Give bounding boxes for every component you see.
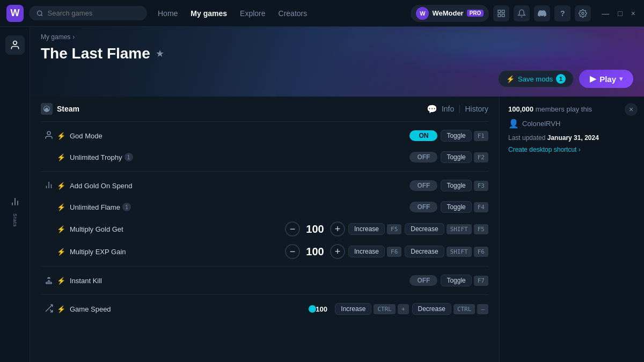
nav-my-games[interactable]: My games [191, 9, 227, 18]
mod-row-unlimited-trophy: ⚡ Unlimited Trophy 1 OFF Toggle F2 [57, 146, 488, 168]
god-mode-controls: ON Toggle F1 [409, 130, 488, 142]
trophy-toggle[interactable]: OFF [409, 152, 437, 162]
multiply-gold-num-ctrl: − 100 + [285, 221, 345, 237]
play-label: Play [599, 75, 616, 84]
svg-point-0 [38, 11, 42, 15]
add-gold-hotkey-key: F3 [474, 181, 488, 191]
lightning-icon-unlimited-trophy: ⚡ [57, 153, 65, 161]
flame-hotkey: Toggle F4 [441, 201, 488, 213]
multiply-gold-increase-btn[interactable]: + [330, 221, 345, 237]
flame-controls: OFF Toggle F4 [409, 201, 488, 213]
multiply-exp-increase-btn[interactable]: + [330, 244, 345, 259]
notifications-icon-btn[interactable] [514, 5, 530, 21]
maximize-btn[interactable]: □ [616, 9, 624, 18]
library-icon-btn[interactable] [493, 5, 509, 21]
instant-kill-toggle[interactable]: OFF [409, 275, 437, 286]
breadcrumb-parent[interactable]: My games [41, 33, 70, 41]
lightning-icon-god-mode: ⚡ [57, 132, 65, 140]
mod-name-unlimited-flame: Unlimited Flame 1 [70, 203, 156, 211]
svg-point-16 [48, 278, 49, 279]
nav-explore[interactable]: Explore [240, 9, 265, 18]
multiply-exp-controls: − 100 + Increase F6 Decrease [285, 244, 488, 259]
app-body: Stats My games › The Last Flame ★ [0, 27, 644, 362]
help-icon: ? [560, 9, 565, 18]
info-shortcut-link[interactable]: Create desktop shortcut › [508, 146, 635, 153]
add-gold-toggle-label[interactable]: Toggle [441, 180, 471, 191]
titlebar: W Home My games Explore Creators W WeMod… [0, 0, 644, 27]
god-mode-toggle-label[interactable]: Toggle [441, 130, 471, 142]
user-badge[interactable]: W WeModer PRO [411, 5, 489, 22]
lightning-icon-game-speed: ⚡ [57, 305, 65, 313]
sidebar-stats-label: Stats [12, 213, 18, 227]
multiply-exp-decrease-btn[interactable]: − [285, 244, 300, 259]
trophy-toggle-label[interactable]: Toggle [441, 151, 471, 163]
section-icon-combat [41, 270, 57, 285]
help-icon-btn[interactable]: ? [554, 5, 570, 21]
header-content: My games › The Last Flame ★ [30, 27, 644, 69]
lightning-icon-multiply-gold: ⚡ [57, 225, 65, 233]
lightning-icon-unlimited-flame: ⚡ [57, 203, 65, 211]
lightning-icon-add-gold: ⚡ [57, 182, 65, 190]
section-icon-player [41, 125, 57, 140]
user-area: W WeModer PRO ? — [411, 5, 638, 22]
multiply-exp-decrease-label[interactable]: Decrease [405, 246, 444, 257]
play-button[interactable]: ▶ Play ▾ [579, 70, 633, 88]
svg-rect-4 [498, 14, 501, 17]
flame-toggle[interactable]: OFF [409, 202, 437, 212]
author-person-icon: 👤 [508, 119, 519, 129]
mod-row-game-speed: ⚡ Game Speed 100 [57, 298, 488, 320]
discord-icon-btn[interactable] [534, 5, 550, 21]
multiply-gold-decrease-key: F5 [474, 224, 488, 234]
minimize-btn[interactable]: — [599, 9, 611, 18]
tab-history[interactable]: History [465, 104, 488, 114]
nav-creators[interactable]: Creators [279, 9, 308, 18]
game-header: My games › The Last Flame ★ ⚡ Save mods … [30, 27, 644, 97]
lightning-icon-instant-kill: ⚡ [57, 277, 65, 285]
mod-name-add-gold: Add Gold On Spend [70, 182, 156, 190]
mod-row-multiply-exp: ⚡ Multiply EXP Gain − 100 + Increase [57, 240, 488, 263]
slider-thumb[interactable] [309, 305, 316, 313]
flame-toggle-label[interactable]: Toggle [441, 201, 471, 213]
search-input[interactable] [48, 9, 140, 17]
mod-name-multiply-gold: Multiply Gold Get [70, 225, 156, 233]
svg-rect-3 [502, 10, 505, 13]
multiply-exp-hotkey-increase: Increase F6 [348, 246, 401, 257]
favorite-star-icon[interactable]: ★ [156, 48, 164, 60]
multiply-exp-increase-label[interactable]: Increase [348, 246, 385, 257]
info-members: 100,000 members play this [508, 105, 635, 113]
game-speed-controls: 100 Increase CTRL + Decrease CTRL — [312, 303, 488, 315]
god-mode-toggle[interactable]: ON [409, 130, 437, 141]
game-speed-hotkey-increase: Increase CTRL + [335, 303, 408, 315]
multiply-gold-decrease-btn[interactable]: − [285, 221, 300, 237]
add-gold-toggle[interactable]: OFF [409, 180, 437, 191]
app-logo[interactable]: W [6, 5, 24, 22]
instant-kill-toggle-label[interactable]: Toggle [441, 275, 471, 286]
tab-info[interactable]: Info [442, 104, 454, 114]
info-updated: Last updated January 31, 2024 [508, 134, 635, 142]
header-actions: ⚡ Save mods 1 ▶ Play ▾ [498, 70, 633, 88]
multiply-gold-controls: − 100 + Increase F5 Decrease [285, 221, 488, 237]
main-nav: Home My games Explore Creators [158, 9, 307, 18]
info-close-button[interactable]: × [625, 103, 638, 116]
close-btn[interactable]: × [629, 9, 638, 18]
multiply-exp-value: 100 [304, 246, 326, 258]
save-mods-button[interactable]: ⚡ Save mods 1 [498, 70, 574, 87]
multiply-exp-increase-key: F6 [387, 247, 401, 257]
nav-home[interactable]: Home [158, 9, 178, 18]
svg-rect-5 [502, 14, 505, 17]
steam-icon [41, 103, 53, 115]
player-mods-list: ⚡ God Mode ON Toggle F1 [57, 125, 488, 168]
multiply-exp-hotkey-decrease: Decrease SHIFT F6 [405, 246, 488, 257]
save-mods-count: 1 [556, 74, 566, 84]
game-speed-increase-label[interactable]: Increase [335, 303, 371, 315]
mods-panel: Steam 💬 Info | History [30, 97, 499, 362]
god-mode-hotkey: Toggle F1 [441, 130, 488, 142]
multiply-gold-decrease-label[interactable]: Decrease [405, 223, 444, 235]
sidebar-item-stats[interactable] [5, 192, 25, 211]
comment-icon[interactable]: 💬 [427, 104, 437, 114]
search-icon [36, 10, 43, 17]
game-speed-decrease-label[interactable]: Decrease [412, 303, 451, 315]
sidebar-item-person[interactable] [5, 35, 25, 55]
settings-icon-btn[interactable] [575, 5, 591, 21]
multiply-gold-increase-label[interactable]: Increase [348, 223, 385, 235]
